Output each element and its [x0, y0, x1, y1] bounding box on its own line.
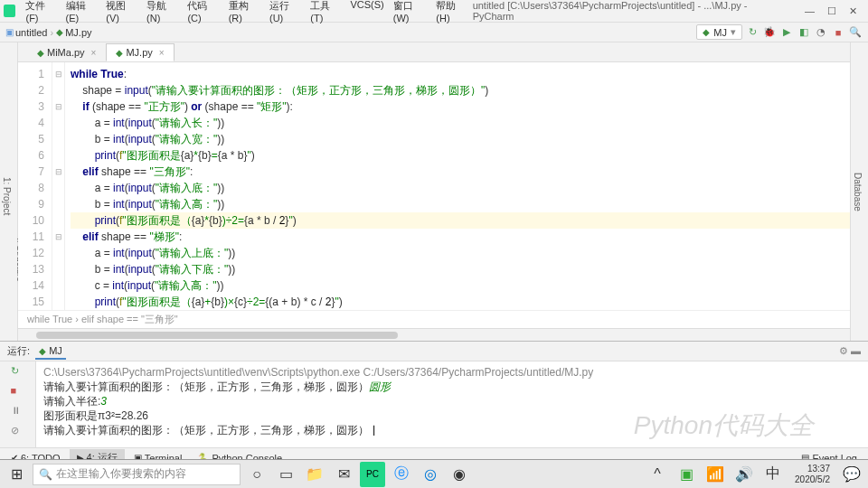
project-tool-tab[interactable]: 1: Project — [0, 52, 14, 341]
clock[interactable]: 13:372020/5/2 — [789, 464, 835, 485]
taskview-icon[interactable]: ▭ — [273, 462, 298, 487]
run-output[interactable]: C:\Users\37364\PycharmProjects\untitled\… — [36, 361, 868, 447]
breadcrumb-root[interactable]: ▣ untitled — [5, 27, 47, 38]
debug-button[interactable]: 🐞 — [762, 25, 777, 40]
dropdown-icon: ▾ — [731, 26, 736, 38]
close-tab-icon[interactable]: × — [159, 48, 165, 58]
edge-icon[interactable]: ◎ — [418, 462, 443, 487]
menu-窗口[interactable]: 窗口(W) — [389, 0, 432, 23]
breadcrumb-file[interactable]: ◆ MJ.py — [56, 27, 91, 38]
run-panel: 运行: ◆ MJ ⚙ ▬ ↻ ■ ⏸ ⊘ C:\Users\37364\Pych… — [0, 341, 868, 447]
code-breadcrumb[interactable]: while True › elif shape == "三角形" — [18, 310, 850, 328]
file-tab[interactable]: ◆MJ.py× — [106, 43, 174, 61]
taskbar-search[interactable]: 🔍 在这里输入你要搜索的内容 — [33, 464, 241, 485]
ie-icon[interactable]: ⓔ — [389, 462, 414, 487]
file-tabs: ◆MiMa.py×◆MJ.py× — [18, 42, 850, 62]
right-tool-stripe: Database SciView — [850, 42, 868, 341]
sciview-tool-tab[interactable]: SciView — [864, 42, 868, 341]
menu-导航[interactable]: 导航(N) — [142, 0, 183, 23]
close-icon[interactable]: ✕ — [849, 5, 857, 17]
rerun-button[interactable]: ↻ — [11, 365, 25, 380]
menu-帮助[interactable]: 帮助(H) — [431, 0, 472, 23]
profile-button[interactable]: ◔ — [814, 25, 828, 40]
search-icon[interactable]: 🔍 — [848, 25, 863, 40]
horizontal-scrollbar[interactable] — [18, 328, 850, 341]
start-button[interactable]: ⊞ — [4, 462, 29, 487]
tray-app-icon[interactable]: ▣ — [674, 462, 699, 487]
run-toolbar: ↻ ■ ⏸ ⊘ — [0, 361, 36, 447]
minimize-icon[interactable]: — — [805, 5, 815, 17]
pause-button[interactable]: ⏸ — [11, 405, 25, 419]
pycharm-icon[interactable]: PC — [360, 462, 385, 487]
editor-area: ◆MiMa.py×◆MJ.py× 12345678910111213141516… — [18, 42, 850, 341]
python-file-icon: ◆ — [56, 27, 63, 37]
window-title: untitled [C:\Users\37364\PycharmProjects… — [473, 0, 797, 22]
python-icon: ◆ — [703, 27, 710, 37]
breadcrumb-bar: ▣ untitled › ◆ MJ.py ◆MJ ▾ ↻ 🐞 ▶ ◧ ◔ ■ 🔍 — [0, 23, 868, 42]
coverage-button[interactable]: ◧ — [797, 25, 811, 40]
run-button[interactable]: ↻ — [745, 25, 760, 40]
stop-run-button[interactable]: ■ — [11, 385, 25, 399]
menu-文件[interactable]: 文件(F) — [21, 0, 61, 23]
gutter-linenumbers: 12345678910111213141516171819 — [18, 62, 52, 310]
folder-icon: ▣ — [5, 27, 14, 37]
menu-VC[interactable]: VCS(S) — [345, 0, 388, 23]
notification-icon[interactable]: 💬 — [839, 462, 864, 487]
run-tests-button[interactable]: ▶ — [779, 25, 794, 40]
run-config-selector[interactable]: ◆MJ ▾ — [696, 24, 742, 40]
file-tab[interactable]: ◆MiMa.py× — [27, 43, 106, 61]
chrome-icon[interactable]: ◉ — [447, 462, 472, 487]
run-tab[interactable]: ◆ MJ — [35, 343, 66, 360]
ime-icon[interactable]: 中 — [760, 462, 786, 487]
app-icon — [4, 5, 15, 17]
titlebar: 文件(F)编辑(E)视图(V)导航(N)代码(C)重构(R)运行(U)工具(T)… — [0, 0, 868, 23]
windows-taskbar: ⊞ 🔍 在这里输入你要搜索的内容 ○ ▭ 📁 ✉ PC ⓔ ◎ ◉ ^ ▣ 📶 … — [0, 459, 868, 488]
menu-工具[interactable]: 工具(T) — [306, 0, 345, 23]
gutter-folds: ⊟⊟⊟⊟⊟ — [52, 62, 65, 310]
mail-icon[interactable]: ✉ — [331, 462, 356, 487]
database-tool-tab[interactable]: Database — [851, 42, 864, 341]
close-tab-icon[interactable]: × — [91, 48, 97, 58]
python-icon: ◆ — [39, 346, 46, 356]
explorer-icon[interactable]: 📁 — [302, 462, 327, 487]
left-tool-stripe: 1: Project I: Structure ★ 2: Favorites — [0, 42, 18, 341]
menu-视图[interactable]: 视图(V) — [101, 0, 142, 23]
maximize-icon[interactable]: ☐ — [827, 5, 836, 17]
menu-运行[interactable]: 运行(U) — [265, 0, 306, 23]
settings-icon[interactable]: ⚙ ▬ — [839, 345, 861, 357]
menu-重构[interactable]: 重构(R) — [224, 0, 265, 23]
menu-代码[interactable]: 代码(C) — [183, 0, 223, 23]
run-panel-label: 运行: — [7, 344, 30, 358]
kill-button[interactable]: ⊘ — [11, 425, 25, 439]
wifi-icon[interactable]: 📶 — [703, 462, 728, 487]
stop-button[interactable]: ■ — [831, 25, 845, 40]
tray-up-icon[interactable]: ^ — [645, 462, 670, 487]
cortana-icon[interactable]: ○ — [244, 462, 269, 487]
menu-编辑[interactable]: 编辑(E) — [61, 0, 102, 23]
code-editor[interactable]: while True: shape = input("请输入要计算面积的图形：（… — [65, 62, 850, 310]
volume-icon[interactable]: 🔊 — [731, 462, 757, 487]
